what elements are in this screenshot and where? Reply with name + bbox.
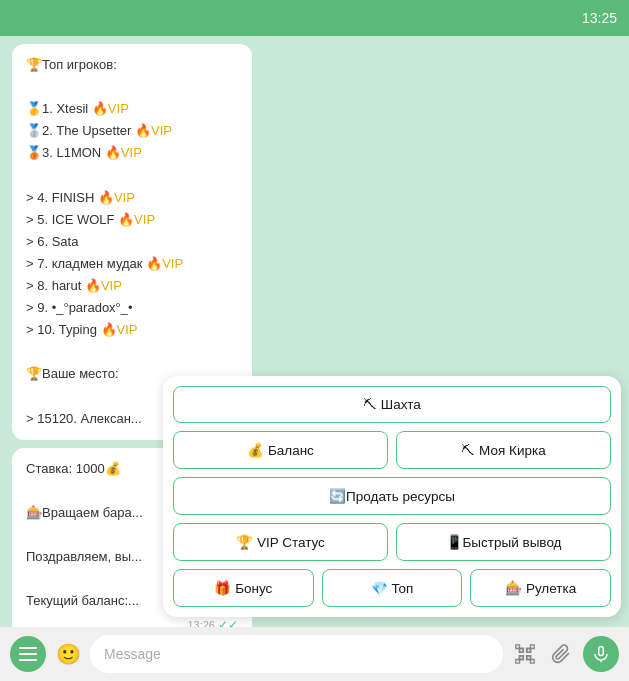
lb-title: 🏆Топ игроков: — [26, 54, 238, 76]
menu-row-4: 🏆 VIP Статус 📱Быстрый вывод — [173, 523, 611, 561]
roulette-button[interactable]: 🎰 Рулетка — [470, 569, 611, 607]
sell-button[interactable]: 🔄Продать ресурсы — [173, 477, 611, 515]
top-bar: 13:25 — [0, 0, 629, 36]
lb-7: > 7. кладмен мудак 🔥VIP — [26, 253, 238, 275]
emoji-button[interactable]: 🙂 — [54, 640, 82, 668]
lb-10: > 10. Typing 🔥VIP — [26, 319, 238, 341]
withdraw-button[interactable]: 📱Быстрый вывод — [396, 523, 611, 561]
lb-6: > 6. Sata — [26, 231, 238, 253]
balance-button[interactable]: 💰 Баланс — [173, 431, 388, 469]
svg-rect-0 — [19, 647, 37, 649]
message-placeholder: Message — [104, 646, 161, 662]
menu-row-1: ⛏ Шахта — [173, 386, 611, 423]
lb-1: 🥇1. Xtesil 🔥VIP — [26, 98, 238, 120]
mine-button[interactable]: ⛏ Шахта — [173, 386, 611, 423]
top-button[interactable]: 💎 Топ — [322, 569, 463, 607]
clock: 13:25 — [582, 10, 617, 26]
lb-4: > 4. FINISH 🔥VIP — [26, 187, 238, 209]
input-bar: 🙂 Message — [0, 627, 629, 681]
chat-area: 13:25 🏆Топ игроков: 🥇1. Xtesil 🔥VIP 🥈2. … — [0, 0, 629, 681]
leaderboard-content: 🏆Топ игроков: 🥇1. Xtesil 🔥VIP 🥈2. The Up… — [26, 54, 238, 430]
menu-row-5: 🎁 Бонус 💎 Топ 🎰 Рулетка — [173, 569, 611, 607]
lb-8: > 8. harut 🔥VIP — [26, 275, 238, 297]
svg-rect-2 — [19, 659, 37, 661]
vip-button[interactable]: 🏆 VIP Статус — [173, 523, 388, 561]
pickaxe-button[interactable]: ⛏ Моя Кирка — [396, 431, 611, 469]
bonus-button[interactable]: 🎁 Бонус — [173, 569, 314, 607]
commands-button[interactable] — [511, 640, 539, 668]
svg-rect-1 — [19, 653, 37, 655]
menu-row-3: 🔄Продать ресурсы — [173, 477, 611, 515]
menu-row-2: 💰 Баланс ⛏ Моя Кирка — [173, 431, 611, 469]
inline-menu: ⛏ Шахта 💰 Баланс ⛏ Моя Кирка 🔄Продать ре… — [163, 376, 621, 617]
menu-icon-button[interactable] — [10, 636, 46, 672]
lb-5: > 5. ICE WOLF 🔥VIP — [26, 209, 238, 231]
lb-3: 🥉3. L1MON 🔥VIP — [26, 142, 238, 164]
mic-button[interactable] — [583, 636, 619, 672]
message-input[interactable]: Message — [90, 635, 503, 673]
lb-9: > 9. •_°paradox°_• — [26, 297, 238, 319]
attach-button[interactable] — [547, 640, 575, 668]
inline-menu-wrapper: ⛏ Шахта 💰 Баланс ⛏ Моя Кирка 🔄Продать ре… — [155, 376, 629, 625]
lb-2: 🥈2. The Upsetter 🔥VIP — [26, 120, 238, 142]
